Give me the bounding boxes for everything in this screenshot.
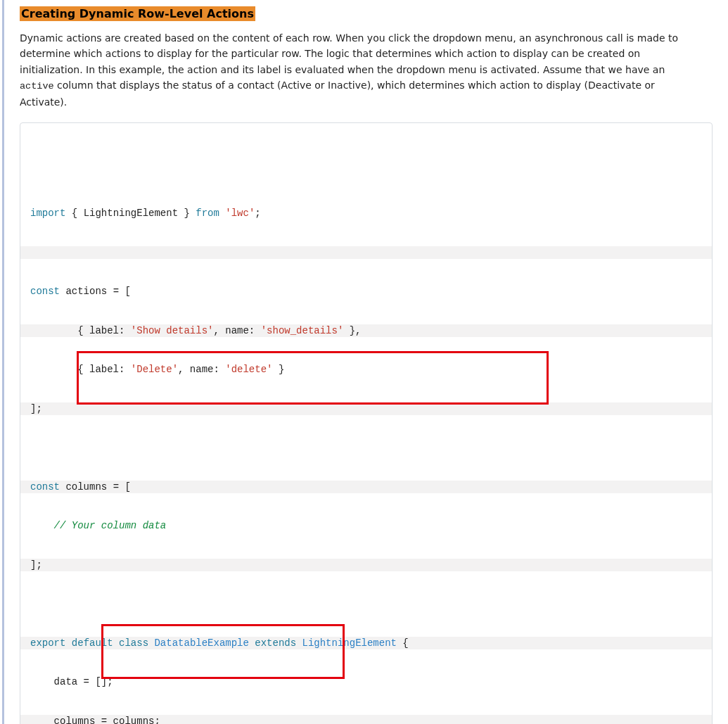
code-token: // Your column data <box>54 520 167 531</box>
code-token: 'show_details' <box>261 325 344 336</box>
code-token: const <box>30 286 60 297</box>
code-token: 'lwc' <box>225 208 255 219</box>
code-token: 'Show details' <box>131 325 214 336</box>
code-token: DatatableExample <box>154 637 248 649</box>
code-token <box>65 637 71 649</box>
code-token: class <box>119 637 148 649</box>
code-token: default <box>72 637 113 649</box>
highlight-box-settimeout <box>101 624 345 679</box>
code-token: export <box>30 637 65 649</box>
section-heading: Creating Dynamic Row-Level Actions <box>20 6 255 21</box>
code-token: from <box>196 208 219 219</box>
code-token: { label: <box>30 325 131 336</box>
code-block[interactable]: import { LightningElement } from 'lwc'; … <box>20 122 713 724</box>
code-token: const <box>30 481 60 493</box>
code-token <box>30 442 36 453</box>
code-token: { <box>397 637 409 649</box>
code-token: , name: <box>213 325 260 336</box>
code-token <box>30 598 36 609</box>
code-token: extends <box>255 637 296 649</box>
code-token: import <box>30 208 65 219</box>
intro-paragraph: Dynamic actions are created based on the… <box>20 30 681 110</box>
code-token: ]; <box>30 559 42 571</box>
code-token: } <box>272 364 284 375</box>
code-token: { label: <box>30 364 131 375</box>
code-token: actions = [ <box>60 286 131 297</box>
inline-code-active: active <box>20 81 54 91</box>
code-token: LightningElement <box>302 637 397 649</box>
code-token: columns = columns; <box>30 716 160 724</box>
code-token <box>30 520 54 531</box>
article-section: Creating Dynamic Row-Level Actions Dynam… <box>2 0 728 724</box>
intro-text-after: column that displays the status of a con… <box>20 80 655 108</box>
highlight-box-constructor <box>77 351 549 405</box>
code-token <box>30 247 36 258</box>
code-token: }, <box>343 325 361 336</box>
code-token: ]; <box>30 403 42 414</box>
code-token: columns = [ <box>60 481 131 493</box>
code-token: 'delete' <box>225 364 272 375</box>
code-token: , name: <box>178 364 225 375</box>
code-token <box>113 637 119 649</box>
code-token: ; <box>255 208 260 219</box>
code-token: { LightningElement } <box>65 208 196 219</box>
code-token: 'Delete' <box>131 364 178 375</box>
code-token <box>296 637 302 649</box>
code-token: data = []; <box>30 676 113 687</box>
intro-text-before: Dynamic actions are created based on the… <box>20 32 678 75</box>
